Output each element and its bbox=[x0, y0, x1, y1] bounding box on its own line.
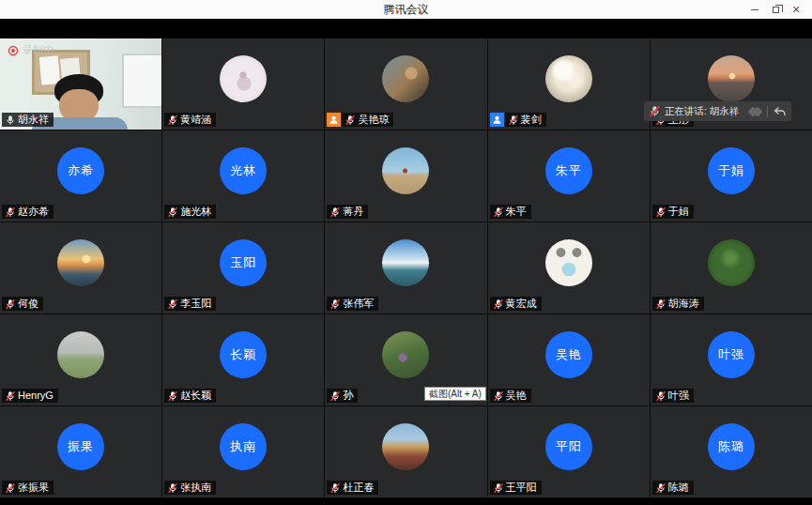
avatar-initials: 执南 bbox=[230, 438, 256, 455]
participant-tile[interactable]: 胡海涛 bbox=[651, 222, 812, 314]
participant-name: 何俊 bbox=[18, 297, 38, 311]
avatar: 玉阳 bbox=[220, 239, 267, 286]
participant-tile[interactable]: 亦希 赵亦希 bbox=[0, 130, 161, 222]
avatar bbox=[382, 423, 429, 470]
avatar bbox=[220, 55, 267, 102]
recording-dot-icon bbox=[8, 45, 19, 56]
participant-tile[interactable]: 杜正春 bbox=[325, 406, 486, 497]
avatar-initials: 朱平 bbox=[556, 162, 582, 179]
participant-tile[interactable]: 吴艳 吴艳 bbox=[488, 314, 650, 406]
name-label: 朱平 bbox=[490, 205, 531, 219]
name-label-row: 张伟军 bbox=[327, 297, 378, 311]
participant-tile[interactable]: 黄宏成 bbox=[488, 222, 650, 314]
name-label: 赵亦希 bbox=[2, 205, 54, 219]
participant-tile[interactable]: 吴艳琼 bbox=[325, 38, 486, 130]
participant-tile[interactable]: 平阳 王平阳 bbox=[488, 406, 650, 497]
participant-name: 赵长颖 bbox=[180, 389, 211, 403]
name-label-row: 吴艳 bbox=[490, 389, 531, 403]
participant-name: 施光林 bbox=[180, 205, 211, 219]
name-label-row: 张振果 bbox=[2, 481, 54, 495]
name-label-row: 赵亦希 bbox=[2, 205, 54, 219]
avatar bbox=[382, 239, 429, 286]
name-label: 王平阳 bbox=[490, 481, 542, 495]
muted-mic-icon bbox=[345, 115, 356, 126]
name-label: 何俊 bbox=[2, 297, 43, 311]
participant-name: 朱平 bbox=[506, 205, 527, 219]
participant-tile[interactable]: 裴剑 bbox=[488, 38, 650, 130]
muted-mic-icon bbox=[493, 482, 504, 494]
window-title: 腾讯会议 bbox=[384, 2, 429, 18]
participant-tile[interactable]: 录制中 胡永祥 bbox=[0, 38, 161, 130]
avatar bbox=[708, 239, 755, 286]
name-label-row: 吴艳琼 bbox=[327, 113, 393, 127]
participant-tile[interactable]: 光林 施光林 bbox=[162, 130, 324, 222]
participant-name: 王平阳 bbox=[506, 481, 537, 495]
participant-name: 杜正春 bbox=[343, 481, 374, 495]
avatar bbox=[57, 239, 104, 286]
avatar: 吴艳 bbox=[545, 331, 592, 378]
participant-tile[interactable]: 陈璐 陈璐 bbox=[651, 406, 812, 497]
minimize-button[interactable] bbox=[744, 0, 765, 19]
participant-tile[interactable]: HenryG bbox=[0, 314, 161, 406]
avatar bbox=[545, 239, 592, 286]
muted-mic-icon bbox=[655, 298, 666, 310]
restore-button[interactable] bbox=[765, 0, 786, 19]
muted-mic-icon bbox=[329, 298, 341, 310]
participant-name: 张执南 bbox=[180, 481, 211, 495]
participant-tile[interactable]: 玉阳 李玉阳 bbox=[162, 222, 324, 314]
participant-tile[interactable]: 振果 张振果 bbox=[0, 406, 161, 497]
avatar: 光林 bbox=[220, 147, 267, 194]
name-label-row: 王平阳 bbox=[490, 481, 542, 495]
name-label-row: 裴剑 bbox=[490, 113, 546, 127]
name-label: 胡永祥 bbox=[2, 113, 54, 127]
toast-divider bbox=[767, 106, 768, 117]
avatar bbox=[545, 55, 592, 102]
name-label-row: 孙 bbox=[327, 389, 358, 403]
participant-name: 胡海涛 bbox=[668, 297, 699, 311]
name-label-row: 张执南 bbox=[164, 481, 216, 495]
participant-name: 吴艳琼 bbox=[358, 113, 389, 127]
muted-mic-icon bbox=[655, 482, 666, 494]
name-label-row: 赵长颖 bbox=[164, 389, 216, 403]
name-label: 赵长颖 bbox=[164, 389, 216, 403]
title-bar: 腾讯会议 ✕ bbox=[0, 0, 812, 19]
participant-tile[interactable]: 朱平 朱平 bbox=[488, 130, 650, 222]
muted-mic-icon bbox=[493, 298, 504, 310]
avatar: 亦希 bbox=[57, 147, 104, 194]
restore-icon bbox=[773, 7, 779, 13]
avatar: 执南 bbox=[220, 423, 267, 470]
avatar: 振果 bbox=[57, 423, 104, 470]
name-label-row: 施光林 bbox=[164, 205, 216, 219]
name-label: 裴剑 bbox=[505, 113, 546, 127]
participant-name: 黄宏成 bbox=[506, 297, 537, 311]
participant-tile[interactable]: 叶强 叶强 bbox=[651, 314, 812, 406]
muted-mic-icon bbox=[5, 298, 16, 310]
minimize-icon bbox=[751, 9, 758, 10]
avatar-initials: 吴艳 bbox=[556, 346, 582, 363]
participant-tile[interactable]: 黄靖涵 bbox=[162, 38, 324, 130]
avatar bbox=[57, 331, 104, 378]
reply-arrow-icon[interactable] bbox=[774, 106, 787, 117]
muted-mic-icon bbox=[508, 115, 519, 126]
participant-tile[interactable]: 执南 张执南 bbox=[162, 406, 324, 497]
participant-name: 蒋丹 bbox=[343, 205, 363, 219]
name-label: 吴艳琼 bbox=[342, 113, 393, 127]
close-button[interactable]: ✕ bbox=[786, 0, 806, 19]
participant-tile[interactable]: 长颖 赵长颖 bbox=[162, 314, 324, 406]
whiteboard bbox=[122, 54, 161, 108]
name-label-row: HenryG bbox=[2, 389, 58, 403]
avatar: 朱平 bbox=[545, 147, 592, 194]
muted-mic-icon bbox=[329, 390, 341, 402]
avatar bbox=[382, 147, 429, 194]
participant-name: 李玉阳 bbox=[180, 297, 211, 311]
name-label: 施光林 bbox=[164, 205, 216, 219]
name-label-row: 李玉阳 bbox=[164, 297, 216, 311]
participant-tile[interactable]: 于娟 于娟 bbox=[651, 130, 812, 222]
avatar: 长颖 bbox=[220, 331, 267, 378]
participant-tile[interactable]: 张伟军 bbox=[325, 222, 486, 314]
name-label-row: 于娟 bbox=[652, 205, 694, 219]
muted-mic-icon bbox=[5, 482, 16, 494]
participant-tile[interactable]: 蒋丹 bbox=[325, 130, 486, 222]
name-label: 于娟 bbox=[652, 205, 694, 219]
participant-tile[interactable]: 何俊 bbox=[0, 222, 161, 314]
